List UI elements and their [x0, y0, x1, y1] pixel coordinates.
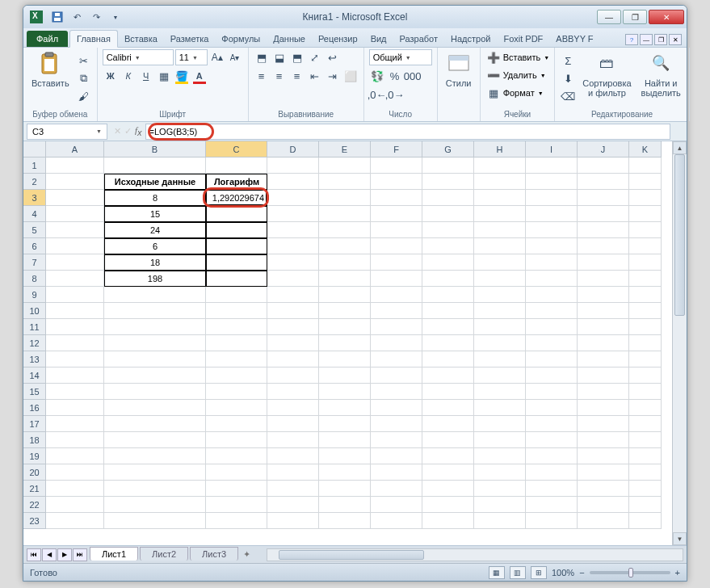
cell-C15[interactable] [206, 384, 267, 400]
cell-G2[interactable] [422, 174, 474, 190]
cell-K1[interactable] [629, 158, 662, 174]
cell-F15[interactable] [371, 384, 422, 400]
cell-D19[interactable] [267, 448, 319, 464]
cell-I23[interactable] [526, 513, 578, 529]
shrink-font-icon[interactable]: A▾ [227, 49, 243, 65]
cell-A12[interactable] [46, 335, 104, 351]
cell-J19[interactable] [578, 448, 629, 464]
cell-I4[interactable] [526, 206, 578, 222]
cell-I8[interactable] [526, 271, 578, 287]
tab-developer[interactable]: Разработ [393, 31, 444, 47]
normal-view-icon[interactable]: ▦ [489, 566, 505, 579]
cell-B5[interactable]: 24 [104, 222, 206, 238]
cell-I16[interactable] [526, 400, 578, 416]
row-header-5[interactable]: 5 [23, 222, 46, 238]
cell-I17[interactable] [526, 416, 578, 432]
cell-H7[interactable] [474, 254, 526, 271]
cell-E15[interactable] [319, 384, 371, 400]
cell-F9[interactable] [371, 287, 422, 303]
cell-K4[interactable] [629, 206, 662, 222]
cell-F22[interactable] [371, 497, 422, 513]
cell-H3[interactable] [474, 190, 526, 206]
cell-E3[interactable] [319, 190, 371, 206]
cell-K2[interactable] [629, 174, 662, 190]
cell-E2[interactable] [319, 174, 371, 190]
row-header-1[interactable]: 1 [23, 158, 46, 174]
cell-G1[interactable] [422, 158, 474, 174]
cell-F21[interactable] [371, 481, 422, 497]
cell-F14[interactable] [371, 368, 422, 384]
qat-dropdown-icon[interactable]: ▼ [107, 9, 124, 25]
zoom-level[interactable]: 100% [552, 568, 574, 578]
font-name-combo[interactable]: Calibri▼ [103, 49, 174, 65]
cell-H10[interactable] [474, 303, 526, 319]
cell-F2[interactable] [371, 174, 422, 190]
cell-J15[interactable] [578, 384, 629, 400]
cell-D15[interactable] [267, 384, 319, 400]
row-header-21[interactable]: 21 [23, 481, 46, 497]
page-layout-view-icon[interactable]: ▥ [510, 566, 526, 579]
decrease-indent-icon[interactable]: ⇤ [307, 68, 323, 84]
cell-G10[interactable] [422, 303, 474, 319]
cell-B18[interactable] [104, 432, 206, 448]
cell-C5[interactable] [206, 222, 267, 238]
tab-insert[interactable]: Вставка [118, 31, 164, 47]
cell-D2[interactable] [267, 174, 319, 190]
cell-E6[interactable] [319, 238, 371, 254]
cell-J10[interactable] [578, 303, 629, 319]
cell-E23[interactable] [319, 513, 371, 529]
page-break-view-icon[interactable]: ⊞ [531, 566, 547, 579]
sort-filter-button[interactable]: 🗃 Сортировка и фильтр [579, 49, 634, 99]
cell-E1[interactable] [319, 158, 371, 174]
cancel-formula-icon[interactable]: ✕ [114, 126, 121, 136]
row-header-20[interactable]: 20 [23, 464, 46, 481]
cell-B17[interactable] [104, 416, 206, 432]
cell-C17[interactable] [206, 416, 267, 432]
cell-A3[interactable] [46, 190, 104, 206]
cell-I12[interactable] [526, 335, 578, 351]
increase-indent-icon[interactable]: ⇥ [325, 68, 341, 84]
cell-D17[interactable] [267, 416, 319, 432]
cell-C9[interactable] [206, 287, 267, 303]
cell-grid[interactable]: Исходные данныеЛогарифм81,29202967415246… [46, 158, 662, 545]
paste-button[interactable]: Вставить [28, 49, 73, 90]
cell-K6[interactable] [629, 238, 662, 254]
cell-I6[interactable] [526, 238, 578, 254]
cell-J12[interactable] [578, 335, 629, 351]
cell-A18[interactable] [46, 432, 104, 448]
cell-C12[interactable] [206, 335, 267, 351]
cell-J4[interactable] [578, 206, 629, 222]
cell-H9[interactable] [474, 287, 526, 303]
cell-B19[interactable] [104, 448, 206, 464]
next-sheet-icon[interactable]: ▶ [57, 548, 72, 561]
row-header-4[interactable]: 4 [23, 206, 46, 222]
cell-C8[interactable] [206, 271, 267, 287]
cell-C14[interactable] [206, 368, 267, 384]
format-painter-icon[interactable]: 🖌 [76, 88, 92, 104]
bold-icon[interactable]: Ж [103, 68, 119, 84]
col-header-K[interactable]: K [629, 141, 662, 158]
cell-K19[interactable] [629, 448, 662, 464]
cell-C21[interactable] [206, 481, 267, 497]
cell-J18[interactable] [578, 432, 629, 448]
row-header-17[interactable]: 17 [23, 416, 46, 432]
align-top-icon[interactable]: ⬒ [254, 49, 270, 65]
cell-A15[interactable] [46, 384, 104, 400]
cell-B1[interactable] [104, 158, 206, 174]
cell-H21[interactable] [474, 481, 526, 497]
tab-data[interactable]: Данные [267, 31, 312, 47]
cell-K15[interactable] [629, 384, 662, 400]
cell-A5[interactable] [46, 222, 104, 238]
cell-E10[interactable] [319, 303, 371, 319]
cell-J20[interactable] [578, 464, 629, 481]
cell-B21[interactable] [104, 481, 206, 497]
cell-C18[interactable] [206, 432, 267, 448]
row-header-18[interactable]: 18 [23, 432, 46, 448]
fx-icon[interactable]: fx [135, 125, 142, 137]
row-header-15[interactable]: 15 [23, 384, 46, 400]
close-button[interactable]: ✕ [649, 10, 684, 24]
cell-J11[interactable] [578, 319, 629, 335]
cell-J14[interactable] [578, 368, 629, 384]
cell-B4[interactable]: 15 [104, 206, 206, 222]
cell-D20[interactable] [267, 464, 319, 481]
